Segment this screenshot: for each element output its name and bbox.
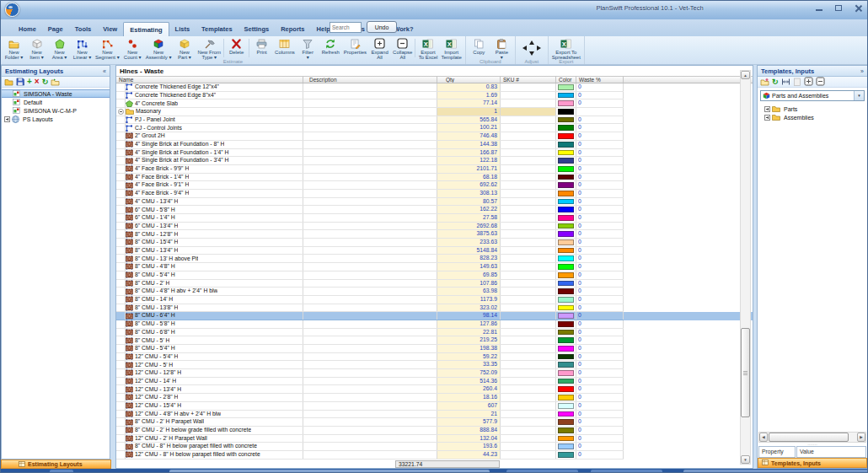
color-swatch[interactable] (558, 443, 574, 449)
sku-cell[interactable] (501, 239, 556, 246)
waste-cell[interactable]: 0 (576, 345, 624, 352)
color-swatch[interactable] (558, 436, 574, 442)
waste-cell[interactable]: 0 (576, 198, 624, 206)
sku-cell[interactable] (501, 385, 556, 393)
table-row[interactable]: 8" CMU - 5' H 219.25 0 (116, 336, 753, 345)
qty-cell[interactable]: 2101.71 (437, 165, 501, 173)
sku-cell[interactable] (501, 443, 556, 450)
qty-cell[interactable]: 514.36 (437, 378, 501, 385)
qty-cell[interactable]: 68.18 (437, 174, 501, 181)
color-swatch[interactable] (558, 411, 574, 417)
sku-cell[interactable] (501, 124, 556, 132)
estimating-layouts-bottom-tab[interactable]: Estimating Layouts (1, 460, 111, 469)
color-swatch[interactable] (558, 166, 574, 172)
table-row[interactable]: 4" Concrete Slab 77.14 0 (116, 99, 753, 108)
qty-cell[interactable]: 132.04 (437, 435, 501, 443)
waste-cell[interactable]: 0 (576, 230, 624, 238)
waste-cell[interactable]: 0 (576, 312, 624, 320)
qty-cell[interactable]: 692.62 (437, 181, 501, 189)
expand-icon[interactable] (764, 106, 770, 112)
color-swatch[interactable] (558, 321, 574, 327)
sku-cell[interactable] (501, 435, 556, 443)
new-count-button[interactable]: New Count ▾ (121, 37, 144, 62)
table-row[interactable]: 12" CMU - 12'8" H 752.09 0 (116, 369, 753, 378)
waste-cell[interactable]: 0 (576, 385, 624, 393)
sku-cell[interactable] (501, 411, 556, 418)
layout-tree-item[interactable]: SIMSONA - Waste (2, 89, 110, 98)
scrollbar-thumb[interactable] (741, 328, 750, 417)
qty-cell[interactable]: 746.48 (437, 132, 501, 140)
qty-cell[interactable]: 107.86 (437, 280, 501, 288)
qty-cell[interactable]: 2692.68 (437, 223, 501, 230)
color-swatch[interactable] (558, 288, 574, 294)
column-header-color[interactable]: Color (556, 77, 576, 83)
waste-cell[interactable]: 0 (576, 255, 624, 262)
qty-cell[interactable]: 233.63 (437, 239, 501, 246)
properties-button[interactable]: Properties (342, 37, 368, 56)
waste-cell[interactable]: 0 (576, 451, 624, 459)
menu-tab[interactable]: Templates (196, 22, 238, 36)
waste-cell[interactable]: 0 (576, 304, 624, 312)
sku-cell[interactable] (501, 353, 556, 361)
delete-layout-icon[interactable]: × (35, 78, 40, 86)
copy-template-icon[interactable] (793, 74, 801, 89)
add-layout-icon[interactable]: + (27, 78, 32, 86)
table-row[interactable]: Concrete Thickened Edge 8"x4" 1.69 0 (116, 92, 753, 100)
export-to-spreadsheet-button[interactable]: X Export To Spreadsheet (550, 37, 582, 62)
color-swatch[interactable] (558, 182, 574, 188)
color-swatch[interactable] (558, 100, 574, 106)
sku-cell[interactable] (501, 174, 556, 181)
sku-cell[interactable] (501, 263, 556, 271)
sku-cell[interactable] (501, 427, 556, 434)
color-swatch[interactable] (558, 379, 574, 384)
color-swatch[interactable] (558, 337, 574, 343)
column-header-waste[interactable]: Waste % (576, 77, 624, 83)
qty-cell[interactable]: 1.69 (437, 92, 501, 99)
column-header-sku[interactable]: SKU # (501, 77, 556, 83)
qty-cell[interactable]: 122.18 (437, 157, 501, 164)
waste-cell[interactable]: 0 (576, 132, 624, 140)
color-swatch[interactable] (558, 452, 574, 458)
sku-cell[interactable] (501, 451, 556, 459)
color-swatch[interactable] (558, 330, 574, 336)
color-swatch[interactable] (558, 346, 574, 352)
copy-button[interactable]: Copy (468, 37, 490, 56)
sku-cell[interactable] (501, 320, 556, 328)
menu-tab[interactable]: Home (13, 22, 42, 36)
table-row[interactable]: 12" CMU - 4'8" H abv + 2'4" H blw 21 0 (116, 411, 753, 419)
table-row[interactable]: 8" CMU - 13'8" H 323.02 0 (116, 304, 753, 313)
color-swatch[interactable] (558, 158, 574, 164)
close-button[interactable] (852, 3, 864, 12)
qty-cell[interactable]: 21 (437, 411, 501, 418)
qty-cell[interactable]: 80.57 (437, 198, 501, 206)
sku-cell[interactable] (501, 206, 556, 213)
table-row[interactable]: 8" CMU - 15'4" H 233.63 0 (116, 239, 753, 247)
qty-cell[interactable]: 193.6 (437, 443, 501, 450)
color-swatch[interactable] (558, 84, 574, 90)
table-row[interactable]: 8" CMU - 5'8" H 127.86 0 (116, 320, 753, 329)
scroll-up-button[interactable]: ▲ (741, 71, 750, 79)
collapse-expander-icon[interactable] (118, 109, 124, 115)
sku-cell[interactable] (501, 369, 556, 377)
table-row[interactable]: 12" CMU - 5'4" H 59.22 0 (116, 353, 753, 362)
table-row[interactable]: 8" CMU - 6'4" H 98.14 0 (116, 312, 753, 320)
table-row[interactable]: 8" CMU - 4'8" H abv + 2'4" H blw 63.98 0 (116, 288, 753, 296)
waste-cell[interactable]: 0 (576, 418, 624, 426)
qty-cell[interactable]: 323.02 (437, 304, 501, 312)
column-header-qty[interactable]: Qty (437, 77, 501, 83)
sku-cell[interactable] (501, 198, 556, 206)
waste-cell[interactable]: 0 (576, 353, 624, 361)
search-input[interactable] (330, 22, 362, 33)
maximize-button[interactable] (833, 3, 844, 12)
qty-cell[interactable]: 127.86 (437, 320, 501, 328)
expand-icon[interactable] (764, 115, 770, 121)
qty-cell[interactable]: 828.23 (437, 255, 501, 262)
waste-cell[interactable]: 0 (576, 124, 624, 132)
waste-cell[interactable]: 0 (576, 288, 624, 295)
sku-cell[interactable] (501, 288, 556, 295)
collapse-all-button[interactable]: Collapse All (391, 37, 414, 62)
color-swatch[interactable] (558, 199, 574, 205)
color-swatch[interactable] (558, 370, 574, 376)
expand-tree-icon[interactable] (804, 74, 813, 89)
qty-cell[interactable]: 144.38 (437, 141, 501, 148)
